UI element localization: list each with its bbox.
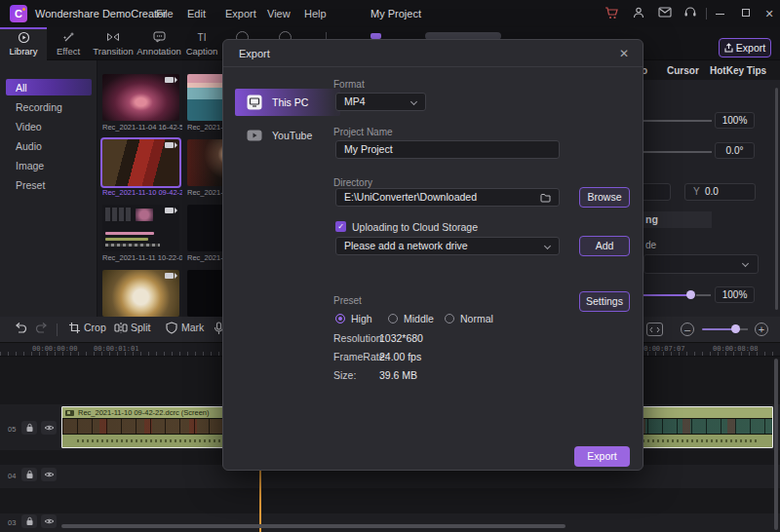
radio-normal-label: Normal xyxy=(460,313,493,324)
close-button[interactable]: ✕ xyxy=(763,8,775,19)
media-thumbnail[interactable] xyxy=(102,74,179,121)
tab-library[interactable]: Library xyxy=(0,27,47,60)
media-thumbnail[interactable] xyxy=(102,205,179,251)
category-recording[interactable]: Recording xyxy=(16,101,62,113)
split-label[interactable]: Split xyxy=(131,322,150,333)
chevron-down-icon xyxy=(410,98,417,105)
split-icon[interactable] xyxy=(114,322,128,334)
opacity-value[interactable]: 100% xyxy=(715,286,755,303)
scale-slider[interactable] xyxy=(632,120,712,122)
tab-transition[interactable]: Transition xyxy=(90,27,136,60)
track-visibility-eye-icon[interactable] xyxy=(41,421,57,435)
zoom-out-icon[interactable]: – xyxy=(681,323,694,336)
menu-help[interactable]: Help xyxy=(304,8,327,19)
rotation-value[interactable]: 0.0° xyxy=(715,142,755,159)
scale-value[interactable]: 100% xyxy=(715,112,755,129)
y-field-label: Y xyxy=(693,184,700,200)
toolbar-divider xyxy=(57,323,58,336)
crop-icon[interactable] xyxy=(68,322,81,334)
radio-high[interactable] xyxy=(335,314,345,323)
horizontal-scrollbar[interactable] xyxy=(61,524,566,528)
mail-icon[interactable] xyxy=(658,6,674,21)
dialog-close-icon[interactable]: ✕ xyxy=(619,47,629,60)
category-preset[interactable]: Preset xyxy=(16,179,45,191)
opacity-slider-handle[interactable] xyxy=(686,290,695,299)
dialog-export-button[interactable]: Export xyxy=(574,446,630,467)
add-button[interactable]: Add xyxy=(579,236,630,256)
timeline-zoom-handle[interactable] xyxy=(731,324,740,333)
tab-cursor[interactable]: Cursor xyxy=(667,65,699,76)
tab-transition-label: Transition xyxy=(93,46,133,57)
header-export-label: Export xyxy=(736,42,765,54)
network-drive-dropdown[interactable]: Please add a network drive xyxy=(335,237,560,255)
category-audio[interactable]: Audio xyxy=(16,140,42,152)
account-icon[interactable] xyxy=(632,6,647,21)
menu-file[interactable]: File xyxy=(156,8,174,19)
resolution-value: 1032*680 xyxy=(379,332,423,344)
mode-dropdown[interactable] xyxy=(644,254,759,274)
settings-button[interactable]: Settings xyxy=(579,291,630,312)
directory-input[interactable]: E:\UniConverter\Downloaded xyxy=(335,188,560,207)
category-all[interactable]: All xyxy=(6,79,92,95)
mark-icon[interactable] xyxy=(166,322,177,334)
format-dropdown[interactable]: MP4 xyxy=(335,93,426,111)
fit-timeline-icon[interactable] xyxy=(646,323,663,336)
menu-edit[interactable]: Edit xyxy=(187,8,206,19)
destination-youtube[interactable]: YouTube xyxy=(235,122,340,149)
media-thumbnail-selected[interactable] xyxy=(102,139,179,186)
undo-icon[interactable] xyxy=(14,322,27,334)
destination-this-pc[interactable]: This PC xyxy=(235,89,340,116)
tab-caption[interactable]: TI Caption xyxy=(181,27,222,60)
cart-icon[interactable] xyxy=(604,6,620,21)
zoom-in-icon[interactable]: + xyxy=(755,323,768,336)
video-camera-icon xyxy=(165,208,174,213)
position-y-field[interactable]: Y 0.0 xyxy=(684,183,756,201)
track-visibility-eye-icon[interactable] xyxy=(41,468,57,481)
size-value: 39.6 MB xyxy=(379,369,417,381)
tab-effect[interactable]: Effect xyxy=(47,27,90,60)
track-number: 03 xyxy=(8,518,16,527)
app-window: C Wondershare DemoCreator File Edit Expo… xyxy=(0,0,780,532)
tab-hotkey-tips[interactable]: HotKey Tips xyxy=(710,65,766,76)
format-label: Format xyxy=(333,79,365,90)
media-thumbnail[interactable] xyxy=(102,270,179,317)
properties-scrollbar[interactable] xyxy=(775,88,778,310)
support-headset-icon[interactable] xyxy=(683,6,699,21)
rotation-slider[interactable] xyxy=(632,151,712,153)
tab-annotation[interactable]: Annotation xyxy=(136,27,181,60)
track-lock-icon[interactable] xyxy=(21,421,37,435)
preset-label: Preset xyxy=(333,295,362,306)
radio-normal[interactable] xyxy=(445,314,454,323)
chevron-down-icon xyxy=(742,260,749,267)
folder-icon[interactable] xyxy=(540,193,551,203)
ruler-timestamp: 00:00:01:01 xyxy=(94,345,138,353)
clip-title: Rec_2021-11-10 09-42-22.dcrc (Screen) xyxy=(78,408,210,417)
project-name-input[interactable]: My Project xyxy=(335,140,560,159)
minimize-button[interactable] xyxy=(716,8,727,19)
maximize-button[interactable] xyxy=(740,8,752,19)
category-image[interactable]: Image xyxy=(16,160,44,171)
header-export-button[interactable]: Export xyxy=(719,38,771,57)
titlebar-divider xyxy=(706,8,707,19)
browse-button[interactable]: Browse xyxy=(579,187,630,208)
media-item-label: Rec_2021-11-11 10-22-01... xyxy=(102,253,182,262)
vertical-scrollbar[interactable] xyxy=(774,359,778,530)
category-video[interactable]: Video xyxy=(16,121,42,133)
track-lock-icon[interactable] xyxy=(21,468,37,481)
directory-value: E:\UniConverter\Downloaded xyxy=(344,191,477,203)
redo-icon[interactable] xyxy=(35,322,49,334)
mode-label-partial: de xyxy=(645,240,656,250)
framerate-value: 24.00 fps xyxy=(379,351,421,362)
radio-middle-label: Middle xyxy=(404,313,434,324)
opacity-slider-rest xyxy=(696,294,711,296)
cloud-storage-checkbox[interactable] xyxy=(335,221,346,232)
radio-middle[interactable] xyxy=(388,314,398,323)
track-visibility-eye-icon[interactable] xyxy=(41,514,57,528)
crop-label[interactable]: Crop xyxy=(84,322,106,333)
menu-export[interactable]: Export xyxy=(225,8,256,19)
menu-view[interactable]: View xyxy=(267,8,291,19)
track-lock-icon[interactable] xyxy=(21,514,37,528)
clip-type-icon xyxy=(65,410,74,416)
format-value: MP4 xyxy=(344,95,366,107)
mark-label[interactable]: Mark xyxy=(181,322,204,333)
